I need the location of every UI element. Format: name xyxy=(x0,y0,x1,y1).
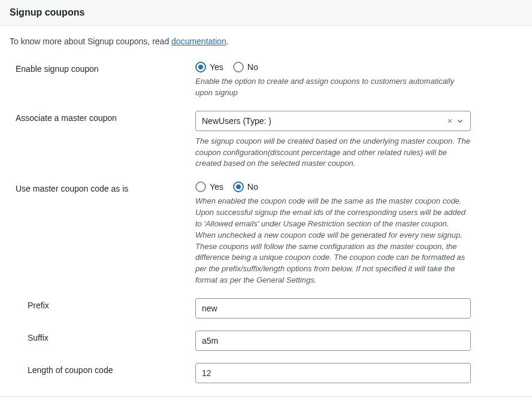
radio-label: No xyxy=(247,62,258,72)
row-associate-master-coupon: Associate a master coupon NewUsers (Type… xyxy=(10,102,522,174)
input-col-prefix xyxy=(195,298,471,319)
input-col-master: NewUsers (Type: ) × The signup coupon wi… xyxy=(195,111,471,170)
label-use-master-as-is: Use master coupon code as is xyxy=(16,181,195,193)
settings-form: Enable signup coupon Yes No Enable the o… xyxy=(0,53,532,387)
chevron-down-icon xyxy=(456,117,464,125)
radio-icon xyxy=(233,181,244,192)
label-length: Length of coupon code xyxy=(16,363,195,375)
input-col-use-as-is: Yes No When enabled the coupon code will… xyxy=(195,181,471,286)
master-help-text: The signup coupon will be created based … xyxy=(195,136,471,170)
input-col-enable: Yes No Enable the option to create and a… xyxy=(195,62,471,99)
label-associate-master-coupon: Associate a master coupon xyxy=(16,111,195,123)
suffix-input[interactable] xyxy=(195,331,471,351)
use-as-is-no-radio[interactable]: No xyxy=(233,181,258,192)
radio-icon xyxy=(195,181,206,192)
intro-prefix: To know more about Signup coupons, read xyxy=(10,37,171,46)
page-title: Signup coupons xyxy=(10,7,522,18)
row-enable-signup-coupon: Enable signup coupon Yes No Enable the o… xyxy=(10,53,522,102)
enable-no-radio[interactable]: No xyxy=(233,62,258,72)
radio-label: Yes xyxy=(210,62,223,72)
enable-yes-radio[interactable]: Yes xyxy=(195,62,223,72)
radio-label: No xyxy=(247,182,258,192)
row-use-master-as-is: Use master coupon code as is Yes No When… xyxy=(10,173,522,290)
label-suffix: Suffix xyxy=(16,331,195,343)
use-as-is-radio-group: Yes No xyxy=(195,181,471,192)
radio-icon xyxy=(233,62,244,72)
master-coupon-select[interactable]: NewUsers (Type: ) × xyxy=(195,111,471,131)
prefix-input[interactable] xyxy=(195,298,471,319)
input-col-length xyxy=(195,363,471,383)
page-header: Signup coupons xyxy=(0,0,532,26)
documentation-link[interactable]: documentation xyxy=(171,37,226,46)
master-coupon-selected-value: NewUsers (Type: ) xyxy=(202,116,444,126)
label-enable-signup-coupon: Enable signup coupon xyxy=(16,62,195,74)
intro-suffix: . xyxy=(226,37,229,46)
use-as-is-help-text: When enabled the coupon code will be the… xyxy=(195,196,471,286)
length-input[interactable] xyxy=(195,363,471,383)
enable-radio-group: Yes No xyxy=(195,62,471,72)
radio-label: Yes xyxy=(210,182,223,192)
clear-icon[interactable]: × xyxy=(444,116,456,126)
intro-text: To know more about Signup coupons, read … xyxy=(0,26,532,53)
enable-help-text: Enable the option to create and assign c… xyxy=(195,76,471,99)
use-as-is-yes-radio[interactable]: Yes xyxy=(195,181,223,192)
row-prefix: Prefix xyxy=(10,290,522,322)
input-col-suffix xyxy=(195,331,471,351)
label-prefix: Prefix xyxy=(16,298,195,310)
radio-icon xyxy=(195,62,206,72)
row-suffix: Suffix xyxy=(10,322,522,354)
row-length: Length of coupon code xyxy=(10,354,522,387)
bottom-divider xyxy=(0,396,532,397)
